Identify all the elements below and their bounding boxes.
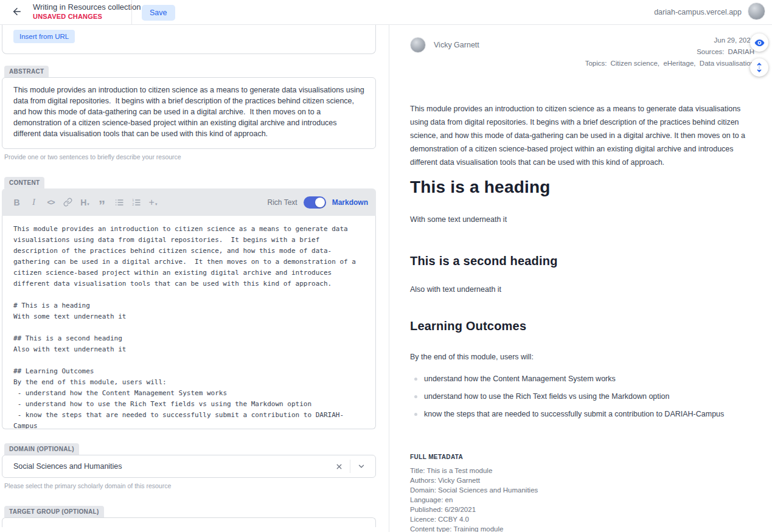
preview-meta-block: Jun 29, 2021 Sources:DARIAH Topics:Citiz…: [585, 35, 754, 69]
arrows-up-down-icon: [754, 62, 765, 73]
editor-form-panel: Insert from URL ABSTRACT This module pro…: [0, 25, 389, 532]
preview-paragraph: By the end of this module, users will:: [410, 350, 753, 364]
abstract-textarea[interactable]: This module provides an introduction to …: [2, 77, 376, 149]
content-section: CONTENT B I <> H ▾ ” 12 + ▾: [2, 176, 376, 429]
top-bar: Writing in Resources collection UNSAVED …: [0, 0, 772, 25]
numbered-list-icon[interactable]: 12: [129, 195, 143, 210]
metadata-line: Licence: CCBY 4.0: [410, 514, 753, 524]
abstract-field-label: ABSTRACT: [4, 66, 49, 77]
top-bar-left: Writing in Resources collection UNSAVED …: [10, 2, 141, 20]
scroll-sync-button[interactable]: [750, 58, 768, 77]
arrow-left-icon: [12, 6, 23, 17]
back-button[interactable]: [10, 4, 24, 19]
markdown-content-textarea[interactable]: This module provides an introduction to …: [2, 216, 376, 429]
quote-icon[interactable]: ”: [95, 195, 109, 210]
list-item: know the steps that are needed to succes…: [410, 407, 753, 421]
full-metadata-label: FULL METADATA: [410, 454, 753, 460]
preview-paragraph: With some text underneath it: [410, 213, 753, 226]
insert-block-icon[interactable]: + ▾: [146, 195, 160, 210]
full-metadata-block: FULL METADATA Title: This is a Test modu…: [410, 454, 753, 532]
target-group-field-label: TARGET GROUP (OPTIONAL): [4, 506, 104, 517]
author-avatar: [410, 37, 426, 53]
preview-content: This module provides an introduction to …: [410, 102, 753, 532]
abstract-section: ABSTRACT This module provides an introdu…: [2, 65, 376, 161]
open-dropdown-button[interactable]: [355, 460, 368, 473]
metadata-line: Authors: Vicky Garnett: [410, 475, 753, 485]
bulleted-list-icon[interactable]: [112, 195, 126, 210]
domain-helper-text: Please select the primary scholarly doma…: [4, 482, 376, 489]
select-divider: [350, 460, 350, 473]
eye-icon: [754, 37, 765, 49]
target-group-select[interactable]: [2, 517, 376, 527]
domain-section: DOMAIN (OPTIONAL) Social Sciences and Hu…: [2, 443, 376, 489]
rich-text-toolbar: B I <> H ▾ ” 12 + ▾ Ric: [2, 188, 376, 216]
preview-bullet-list: understand how the Content Management Sy…: [410, 372, 753, 421]
save-button[interactable]: Save: [142, 5, 175, 21]
domain-selected-value: Social Sciences and Humanities: [13, 462, 332, 471]
featured-image-field: Insert from URL: [2, 25, 376, 54]
preview-heading-1: This is a heading: [410, 178, 753, 197]
preview-topics: Topics:Citizen science, eHeritage, Data …: [585, 58, 754, 69]
topics-label: Topics:: [585, 60, 607, 67]
rich-text-label: Rich Text: [268, 198, 297, 207]
editor-mode-switch: Rich Text Markdown: [268, 196, 368, 209]
unsaved-changes-status: UNSAVED CHANGES: [33, 13, 141, 20]
italic-icon[interactable]: I: [27, 195, 41, 210]
sources-value: DARIAH: [728, 48, 754, 55]
page-title: Writing in Resources collection: [33, 2, 141, 12]
content-field-label: CONTENT: [4, 177, 44, 188]
topics-value: Citizen science, eHeritage, Data visuali…: [610, 60, 754, 67]
bullet-dot: [414, 413, 417, 416]
link-icon[interactable]: [61, 195, 75, 210]
markdown-label: Markdown: [332, 198, 368, 207]
preview-paragraph: This module provides an introduction to …: [410, 102, 753, 169]
user-avatar[interactable]: [748, 2, 765, 20]
toggle-knob: [315, 198, 325, 207]
chevron-down-icon: ▾: [87, 202, 89, 210]
site-hostname: dariah-campus.vercel.app: [654, 8, 742, 16]
preview-paragraph: Also with text underneath it: [410, 283, 753, 296]
insert-from-url-button[interactable]: Insert from URL: [13, 30, 75, 43]
preview-author-row: Vicky Garnett: [410, 37, 479, 53]
metadata-line: Published: 6/29/2021: [410, 505, 753, 514]
metadata-line: Language: en: [410, 495, 753, 505]
chevron-down-icon: ▾: [155, 202, 158, 210]
preview-heading-outcomes: Learning Outcomes: [410, 319, 753, 333]
bullet-dot: [414, 395, 417, 398]
chevron-down-icon: [357, 462, 366, 471]
svg-text:1: 1: [132, 198, 134, 202]
heading-icon[interactable]: H ▾: [78, 195, 92, 210]
bullet-dot: [414, 378, 417, 381]
code-icon[interactable]: <>: [44, 195, 58, 210]
toggle-preview-button[interactable]: [750, 33, 768, 52]
domain-field-label: DOMAIN (OPTIONAL): [4, 443, 79, 455]
abstract-helper-text: Provide one or two sentences to briefly …: [4, 153, 376, 161]
metadata-line: Title: This is a Test module: [410, 466, 753, 475]
preview-heading-2: This is a second heading: [410, 254, 753, 268]
target-group-section: TARGET GROUP (OPTIONAL): [2, 505, 376, 527]
list-item: understand how to use the Rich Text fiel…: [410, 390, 753, 403]
preview-panel: Vicky Garnett Jun 29, 2021 Sources:DARIA…: [390, 25, 772, 532]
sources-label: Sources:: [697, 48, 724, 55]
svg-text:2: 2: [132, 202, 134, 206]
metadata-line: Content type: Training module: [410, 524, 753, 532]
metadata-line: Domain: Social Sciences and Humanities: [410, 485, 753, 495]
bold-icon[interactable]: B: [10, 195, 24, 210]
domain-select[interactable]: Social Sciences and Humanities: [2, 455, 376, 478]
title-block: Writing in Resources collection UNSAVED …: [33, 2, 141, 20]
author-name: Vicky Garnett: [434, 41, 479, 49]
preview-sources: Sources:DARIAH: [585, 46, 754, 58]
list-item: understand how the Content Management Sy…: [410, 372, 753, 385]
top-bar-divider: [131, 0, 132, 24]
rich-text-markdown-toggle[interactable]: [304, 196, 326, 209]
clear-selection-button[interactable]: [332, 460, 346, 473]
preview-date: Jun 29, 2021: [585, 35, 754, 46]
close-icon: [335, 463, 343, 471]
